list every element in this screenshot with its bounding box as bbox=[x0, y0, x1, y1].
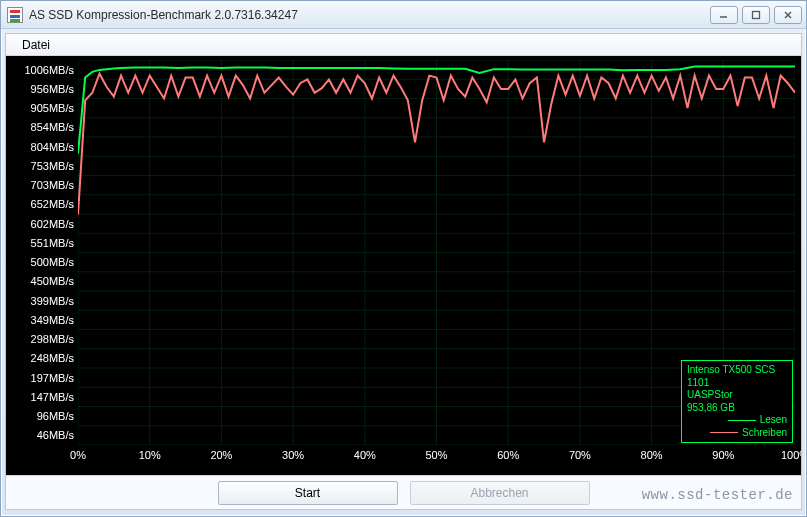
window-title: AS SSD Kompression-Benchmark 2.0.7316.34… bbox=[29, 8, 710, 22]
legend-capacity: 953,86 GB bbox=[687, 402, 787, 415]
legend-read-swatch bbox=[728, 420, 756, 421]
y-axis-tick: 197MB/s bbox=[31, 372, 78, 384]
legend-device: Intenso TX500 SCS bbox=[687, 364, 787, 377]
chart-area: 1006MB/s956MB/s905MB/s854MB/s804MB/s753M… bbox=[6, 56, 801, 475]
client-area: Datei 1006MB/s956MB/s905MB/s854MB/s804MB… bbox=[5, 33, 802, 510]
x-axis-tick: 100% bbox=[781, 449, 801, 461]
y-axis-tick: 96MB/s bbox=[37, 410, 78, 422]
legend-read-row: Lesen bbox=[687, 414, 787, 427]
x-axis-tick: 30% bbox=[282, 449, 304, 461]
x-axis-tick: 90% bbox=[712, 449, 734, 461]
legend-read-label: Lesen bbox=[760, 414, 787, 427]
legend-firmware: 1101 bbox=[687, 377, 787, 390]
start-button[interactable]: Start bbox=[218, 481, 398, 505]
x-axis-tick: 50% bbox=[425, 449, 447, 461]
abort-button: Abbrechen bbox=[410, 481, 590, 505]
x-axis-tick: 60% bbox=[497, 449, 519, 461]
y-axis-tick: 703MB/s bbox=[31, 179, 78, 191]
minimize-button[interactable] bbox=[710, 6, 738, 24]
svg-rect-1 bbox=[753, 11, 760, 18]
y-axis-tick: 248MB/s bbox=[31, 352, 78, 364]
x-axis-tick: 40% bbox=[354, 449, 376, 461]
x-axis-labels: 0%10%20%30%40%50%60%70%80%90%100% bbox=[78, 449, 795, 467]
y-axis-tick: 602MB/s bbox=[31, 218, 78, 230]
legend-box: Intenso TX500 SCS 1101 UASPStor 953,86 G… bbox=[681, 360, 793, 443]
y-axis-tick: 551MB/s bbox=[31, 237, 78, 249]
y-axis-tick: 1006MB/s bbox=[24, 64, 78, 76]
close-button[interactable] bbox=[774, 6, 802, 24]
app-icon bbox=[7, 7, 23, 23]
legend-controller: UASPStor bbox=[687, 389, 787, 402]
window-buttons bbox=[710, 6, 802, 24]
legend-write-label: Schreiben bbox=[742, 427, 787, 440]
y-axis-tick: 753MB/s bbox=[31, 160, 78, 172]
x-axis-tick: 20% bbox=[210, 449, 232, 461]
x-axis-tick: 80% bbox=[641, 449, 663, 461]
x-axis-tick: 0% bbox=[70, 449, 86, 461]
menubar: Datei bbox=[6, 34, 801, 56]
app-window: AS SSD Kompression-Benchmark 2.0.7316.34… bbox=[0, 0, 807, 517]
y-axis-labels: 1006MB/s956MB/s905MB/s854MB/s804MB/s753M… bbox=[6, 60, 78, 445]
maximize-button[interactable] bbox=[742, 6, 770, 24]
y-axis-tick: 905MB/s bbox=[31, 102, 78, 114]
y-axis-tick: 147MB/s bbox=[31, 391, 78, 403]
y-axis-tick: 450MB/s bbox=[31, 275, 78, 287]
titlebar[interactable]: AS SSD Kompression-Benchmark 2.0.7316.34… bbox=[1, 1, 806, 29]
y-axis-tick: 956MB/s bbox=[31, 83, 78, 95]
y-axis-tick: 854MB/s bbox=[31, 121, 78, 133]
y-axis-tick: 399MB/s bbox=[31, 295, 78, 307]
x-axis-tick: 70% bbox=[569, 449, 591, 461]
y-axis-tick: 46MB/s bbox=[37, 429, 78, 441]
y-axis-tick: 500MB/s bbox=[31, 256, 78, 268]
y-axis-tick: 652MB/s bbox=[31, 198, 78, 210]
y-axis-tick: 298MB/s bbox=[31, 333, 78, 345]
y-axis-tick: 804MB/s bbox=[31, 141, 78, 153]
legend-write-swatch bbox=[710, 432, 738, 433]
y-axis-tick: 349MB/s bbox=[31, 314, 78, 326]
x-axis-tick: 10% bbox=[139, 449, 161, 461]
button-row: Start Abbrechen bbox=[6, 475, 801, 509]
menu-file[interactable]: Datei bbox=[14, 36, 58, 54]
legend-write-row: Schreiben bbox=[687, 427, 787, 440]
